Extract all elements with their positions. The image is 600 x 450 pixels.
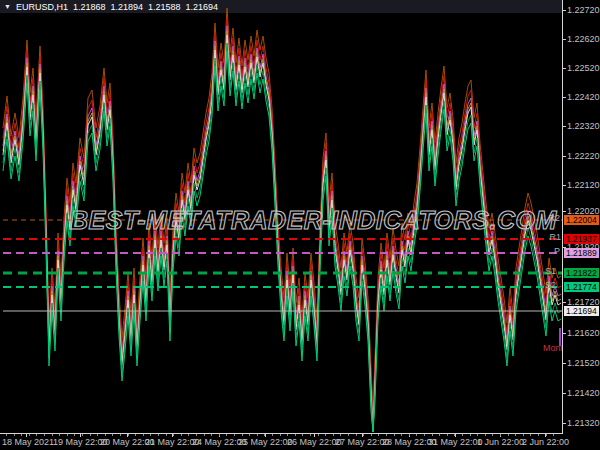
x-axis-minor-tick <box>508 434 509 436</box>
x-axis-minor-tick <box>219 434 220 436</box>
x-axis-minor-tick <box>264 434 265 436</box>
mt4-chart-window: ▼ EURUSD,H1 1.21868 1.21894 1.21588 1.21… <box>0 0 600 450</box>
x-axis-minor-tick <box>14 434 15 436</box>
x-axis-label: 1 Jun 22:00 <box>477 437 524 447</box>
x-axis-minor-tick <box>424 434 425 436</box>
x-axis-minor-tick <box>143 434 144 436</box>
x-axis-minor-tick <box>36 434 37 436</box>
x-axis-minor-tick <box>325 434 326 436</box>
x-axis-label: 2 Jun 22:00 <box>522 437 569 447</box>
x-axis-minor-tick <box>196 434 197 436</box>
x-axis-minor-tick <box>523 434 524 436</box>
y-axis-label: 1.22120 <box>567 180 600 190</box>
y-axis-tick <box>562 68 566 69</box>
x-axis-minor-tick <box>287 434 288 436</box>
x-axis-minor-tick <box>158 434 159 436</box>
x-axis-minor-tick <box>226 434 227 436</box>
x-axis-minor-tick <box>150 434 151 436</box>
x-axis-label: 18 May 2021 <box>2 437 54 447</box>
x-axis-label: 31 May 22:00 <box>428 437 483 447</box>
x-axis-minor-tick <box>485 434 486 436</box>
y-axis-label: 1.22220 <box>567 151 600 161</box>
y-axis-tick <box>562 97 566 98</box>
x-axis-minor-tick <box>356 434 357 436</box>
x-axis-minor-tick <box>242 434 243 436</box>
x-axis-tick <box>26 434 27 437</box>
x-axis-minor-tick <box>29 434 30 436</box>
pivot-label-S2: S2 <box>545 280 556 290</box>
x-axis-tick <box>80 434 81 437</box>
pivot-label-P: P <box>554 246 560 256</box>
x-axis-minor-tick <box>21 434 22 436</box>
x-axis-minor-tick <box>333 434 334 436</box>
indicator-line-green-ma <box>3 43 561 432</box>
pivot-price-tag-P: 1.21889 <box>564 248 599 258</box>
x-axis-minor-tick <box>432 434 433 436</box>
pivot-label-S1: S1 <box>545 266 556 276</box>
x-axis-minor-tick <box>378 434 379 436</box>
x-axis-minor-tick <box>234 434 235 436</box>
current-price-tag: 1.21694 <box>564 306 599 316</box>
x-axis-minor-tick <box>295 434 296 436</box>
x-axis-minor-tick <box>553 434 554 436</box>
x-axis-minor-tick <box>470 434 471 436</box>
x-axis-minor-tick <box>105 434 106 436</box>
x-axis-minor-tick <box>188 434 189 436</box>
x-axis-minor-tick <box>340 434 341 436</box>
y-axis-tick <box>562 10 566 11</box>
x-axis-minor-tick <box>120 434 121 436</box>
y-axis-label: 1.22720 <box>567 5 600 15</box>
x-axis-minor-tick <box>371 434 372 436</box>
x-axis-minor-tick <box>462 434 463 436</box>
x-axis-tick <box>265 434 266 437</box>
x-axis-minor-tick <box>128 434 129 436</box>
x-axis-minor-tick <box>173 434 174 436</box>
y-axis-tick <box>562 185 566 186</box>
x-axis-minor-tick <box>59 434 60 436</box>
x-axis-minor-tick <box>477 434 478 436</box>
pivot-price-tag-R1: 1.21937 <box>564 234 599 244</box>
x-axis-minor-tick <box>211 434 212 436</box>
x-axis-minor-tick <box>272 434 273 436</box>
x-axis-label: 26 May 22:00 <box>287 437 342 447</box>
x-axis-minor-tick <box>181 434 182 436</box>
y-axis-tick <box>562 333 566 334</box>
y-axis-tick <box>562 302 566 303</box>
pivot-price-tag-S2: 1.21774 <box>564 282 599 292</box>
time-axis[interactable]: 18 May 202119 May 22:0020 May 22:0021 Ma… <box>0 434 600 450</box>
y-axis-label: 1.21320 <box>567 418 600 428</box>
pivot-price-tag-S1: 1.21822 <box>564 268 599 278</box>
x-axis-minor-tick <box>538 434 539 436</box>
x-axis-label: 25 May 22:00 <box>238 437 293 447</box>
x-axis-minor-tick <box>401 434 402 436</box>
x-axis-minor-tick <box>530 434 531 436</box>
x-axis-minor-tick <box>447 434 448 436</box>
pivot-period-label: Month <box>543 343 563 353</box>
x-axis-minor-tick <box>166 434 167 436</box>
x-axis-minor-tick <box>135 434 136 436</box>
y-axis-label: 1.21520 <box>567 358 600 368</box>
y-axis-tick <box>562 211 566 212</box>
x-axis-minor-tick <box>302 434 303 436</box>
y-axis-tick <box>562 393 566 394</box>
x-axis-minor-tick <box>97 434 98 436</box>
y-axis-tick <box>562 39 566 40</box>
x-axis-minor-tick <box>546 434 547 436</box>
x-axis-minor-tick <box>454 434 455 436</box>
x-axis-minor-tick <box>318 434 319 436</box>
x-axis-minor-tick <box>310 434 311 436</box>
x-axis-tick <box>455 434 456 437</box>
x-axis-minor-tick <box>52 434 53 436</box>
x-axis-minor-tick <box>386 434 387 436</box>
y-axis-tick <box>562 156 566 157</box>
x-axis-minor-tick <box>439 434 440 436</box>
y-axis-label: 1.22520 <box>567 63 600 73</box>
x-axis-minor-tick <box>500 434 501 436</box>
x-axis-minor-tick <box>74 434 75 436</box>
y-axis-tick <box>562 423 566 424</box>
y-axis-label: 1.21620 <box>567 328 600 338</box>
x-axis-minor-tick <box>409 434 410 436</box>
x-axis-minor-tick <box>44 434 45 436</box>
x-axis-minor-tick <box>249 434 250 436</box>
x-axis-minor-tick <box>363 434 364 436</box>
